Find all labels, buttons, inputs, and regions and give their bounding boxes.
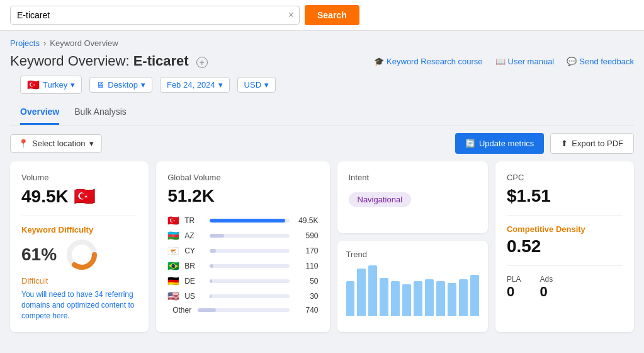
ads-label: Ads (540, 275, 553, 284)
breadcrumb-separator: › (43, 38, 46, 48)
page-title: Keyword Overview: E-ticaret + (10, 53, 208, 69)
country-code: DE (184, 277, 205, 286)
tab-overview[interactable]: Overview (20, 100, 59, 125)
export-pdf-button[interactable]: ⬆ Export to PDF (550, 133, 634, 154)
content-header: Projects › Keyword Overview Keyword Over… (0, 31, 644, 125)
filter-device[interactable]: 🖥 Desktop ▾ (89, 77, 152, 93)
trend-bars (346, 265, 479, 316)
filters-row: 🇹🇷 Turkey ▾ 🖥 Desktop ▾ Feb 24, 2024 ▾ U… (10, 69, 634, 100)
country-code: CY (184, 246, 205, 255)
bar-outer (198, 308, 289, 312)
bar-outer (210, 294, 289, 298)
header-row: Keyword Overview: E-ticaret + 🎓 Keyword … (10, 53, 634, 69)
filter-country[interactable]: 🇹🇷 Turkey ▾ (20, 76, 82, 94)
trend-bar (448, 283, 456, 316)
bar-inner (210, 294, 212, 298)
global-bar-row: Other 740 (167, 306, 318, 315)
country-code: AZ (184, 231, 205, 240)
country-count: 50 (295, 277, 319, 286)
action-buttons: 🔄 Update metrics ⬆ Export to PDF (455, 133, 634, 154)
global-bar-row: 🇩🇪 DE 50 (167, 275, 318, 287)
competitive-density-label: Competitive Density (507, 224, 623, 234)
search-input[interactable] (11, 6, 283, 24)
volume-value: 49.5K 🇹🇷 (21, 186, 137, 207)
breadcrumb: Projects › Keyword Overview (10, 38, 634, 48)
trend-label: Trend (346, 250, 479, 259)
export-icon: ⬆ (561, 139, 568, 148)
difficulty-donut (65, 238, 98, 271)
global-bar-row: 🇹🇷 TR 49.5K (167, 215, 318, 226)
country-flag: 🇹🇷 (167, 215, 179, 226)
trend-bar (391, 281, 400, 316)
trend-bar (380, 278, 388, 316)
breadcrumb-parent[interactable]: Projects (10, 38, 40, 48)
global-volume-label: Global Volume (167, 173, 318, 182)
intent-card: Intent Navigational (337, 161, 488, 233)
country-flag: 🇨🇾 (167, 245, 179, 257)
bar-inner (210, 249, 216, 253)
search-button[interactable]: Search (305, 5, 359, 25)
country-flag: 🇦🇿 (167, 230, 179, 241)
volume-label: Volume (21, 173, 137, 182)
dropdown-arrow: ▾ (71, 80, 75, 90)
filter-currency[interactable]: USD ▾ (237, 77, 276, 93)
country-count: 49.5K (295, 216, 319, 225)
trend-bar (357, 269, 366, 316)
send-feedback-link[interactable]: 💬 Send feedback (567, 57, 634, 66)
refresh-icon: 🔄 (465, 139, 475, 148)
difficulty-value: 61% (21, 245, 57, 265)
feedback-icon: 💬 (567, 57, 577, 66)
intent-badge: Navigational (349, 192, 412, 207)
country-flag: 🇧🇷 (167, 260, 179, 272)
filter-date[interactable]: Feb 24, 2024 ▾ (160, 77, 230, 93)
trend-bar (436, 281, 445, 316)
trend-bar (346, 281, 355, 316)
update-metrics-button[interactable]: 🔄 Update metrics (455, 133, 544, 154)
select-location-button[interactable]: 📍 Select location ▾ (10, 134, 102, 153)
country-count: 30 (295, 292, 319, 301)
global-bar-row: 🇺🇸 US 30 (167, 291, 318, 302)
user-manual-link[interactable]: 📖 User manual (495, 57, 555, 66)
action-bar: 📍 Select location ▾ 🔄 Update metrics ⬆ E… (0, 125, 644, 161)
trend-card: Trend (337, 241, 488, 332)
trend-bar (425, 279, 434, 316)
pla-label: PLA (507, 275, 521, 284)
course-icon: 🎓 (374, 57, 384, 66)
country-flag: 🇩🇪 (167, 275, 179, 287)
competitive-density-value: 0.52 (507, 236, 623, 257)
dropdown-arrow: ▾ (141, 80, 145, 90)
cards-row: Volume 49.5K 🇹🇷 Keyword Difficulty 61% D… (0, 161, 644, 342)
global-bar-row: 🇨🇾 CY 170 (167, 245, 318, 257)
difficulty-row: 61% (21, 238, 137, 271)
tab-bulk-analysis[interactable]: Bulk Analysis (74, 100, 126, 125)
clear-icon[interactable]: × (283, 10, 299, 20)
ads-value: 0 (540, 284, 553, 300)
bar-inner (210, 279, 212, 283)
breadcrumb-current: Keyword Overview (50, 38, 118, 48)
dropdown-arrow: ▾ (218, 80, 223, 90)
trend-bar (459, 279, 468, 316)
turkey-flag: 🇹🇷 (27, 79, 40, 91)
header-links: 🎓 Keyword Research course 📖 User manual … (374, 57, 634, 66)
trend-bar (470, 275, 479, 316)
pla-item: PLA 0 (507, 275, 521, 300)
bar-outer (210, 279, 289, 283)
bar-inner (210, 219, 285, 223)
pla-value: 0 (507, 284, 521, 300)
device-icon: 🖥 (96, 80, 105, 90)
cpc-label: CPC (507, 173, 623, 182)
country-code: US (184, 292, 205, 301)
keyword-course-link[interactable]: 🎓 Keyword Research course (374, 57, 482, 66)
country-flag: 🇺🇸 (167, 291, 179, 302)
bar-inner (198, 308, 216, 312)
dropdown-arrow: ▾ (89, 139, 94, 148)
bar-outer (210, 234, 289, 238)
bar-outer (210, 219, 289, 223)
search-wrapper: × (10, 6, 300, 25)
global-bar-row: 🇧🇷 BR 110 (167, 260, 318, 272)
difficulty-label: Keyword Difficulty (21, 225, 137, 234)
cpc-value: $1.51 (507, 186, 623, 206)
country-count: 170 (295, 246, 319, 255)
bar-outer (210, 264, 289, 268)
add-keyword-icon[interactable]: + (196, 57, 208, 68)
